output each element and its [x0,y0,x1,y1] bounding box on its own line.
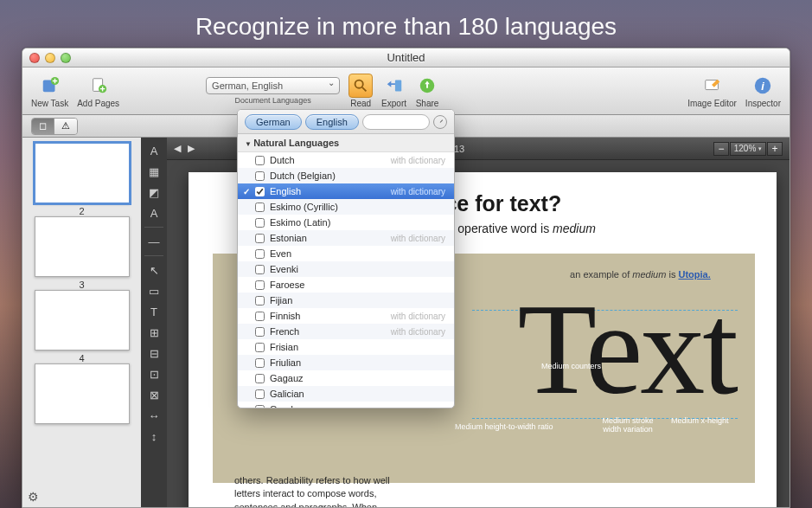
export-button[interactable]: Export [381,74,406,108]
language-checkbox[interactable] [255,265,265,274]
language-row[interactable]: Dutch (Belgian) [238,168,454,183]
inspector-button[interactable]: i Inspector [745,74,781,108]
add-pages-button[interactable]: Add Pages [77,74,119,108]
language-checkbox[interactable] [255,234,265,243]
thumbnail[interactable]: 4 [35,290,130,363]
language-name: French [270,326,299,337]
language-checkbox[interactable] [255,203,265,212]
language-name: Dutch [270,155,295,165]
language-checkbox[interactable] [255,327,265,337]
language-section-header[interactable]: Natural Languages [238,134,454,152]
language-row[interactable]: Frenchwith dictionary [238,324,454,339]
vtool-7[interactable]: T [144,302,164,321]
window-title: Untitled [22,51,790,64]
vtool-1[interactable]: ▦ [144,162,164,181]
language-row[interactable]: Faroese [238,277,454,293]
language-row[interactable]: Fijian [238,293,454,308]
language-checkbox[interactable] [255,374,265,383]
zoom-out-button[interactable]: − [713,142,729,156]
language-row[interactable]: Finnishwith dictionary [238,308,454,324]
language-row[interactable]: Dutchwith dictionary [238,152,454,168]
titlebar[interactable]: Untitled [22,48,790,68]
vtool-2[interactable]: ◩ [144,183,164,202]
language-name: Evenki [270,264,298,274]
new-task-icon [41,76,60,95]
language-row[interactable]: Gagauz [238,370,454,386]
vtool-12[interactable]: ↔ [144,406,164,425]
language-row[interactable]: Eskimo (Cyrillic) [238,199,454,215]
language-search-input[interactable] [362,114,430,130]
history-fwd-icon[interactable]: ▶ [188,143,195,153]
thumbnail[interactable] [35,363,130,424]
language-list[interactable]: Dutchwith dictionaryDutch (Belgian)Engli… [238,152,454,408]
promo-headline: Recognize in more than 180 languages [0,13,812,41]
thumbnail[interactable]: 2 [35,143,130,216]
language-name: Galician [270,389,304,399]
annotation-stroke: Medium stroke width variation [597,416,659,434]
toolbar: New Task Add Pages German, English Docum… [22,68,790,115]
language-row[interactable]: Frisian [238,339,454,355]
vtool-3[interactable]: A [144,203,164,222]
zoom-value[interactable]: 120% [730,142,766,156]
vtool-5[interactable]: ↖ [144,260,164,280]
language-checkbox[interactable] [255,312,265,321]
export-icon [385,76,404,95]
recent-icon[interactable] [433,115,447,129]
language-checkbox[interactable] [255,171,265,181]
language-checkbox[interactable] [255,156,265,165]
language-name: Even [270,248,291,259]
tab-pages-icon[interactable]: ◻ [32,119,54,134]
vtool-6[interactable]: ▭ [144,281,164,300]
vtool-10[interactable]: ⊡ [144,364,164,383]
language-row[interactable]: Evenki [238,261,454,277]
vtool-13[interactable]: ↕ [144,427,164,446]
language-name: English [270,186,301,196]
vtool-0[interactable]: A [144,141,164,160]
annotation-ratio: Medium height-to-width ratio [455,422,553,431]
tab-warnings-icon[interactable]: ⚠ [54,119,77,134]
language-row[interactable]: Eskimo (Latin) [238,215,454,230]
svg-rect-5 [394,80,400,92]
vtool-8[interactable]: ⊞ [144,323,164,342]
specimen-text: Text [518,284,736,414]
vtool-11[interactable]: ⊠ [144,385,164,404]
vtool-4[interactable]: — [144,232,164,251]
dictionary-badge: with dictionary [391,156,445,165]
language-row[interactable]: Estonianwith dictionary [238,230,454,246]
share-button[interactable]: Share [415,74,439,108]
zoom-in-button[interactable]: + [767,142,783,156]
language-checkbox[interactable] [255,296,265,305]
language-checkbox[interactable] [255,405,265,408]
language-row[interactable]: Ganda [238,402,454,408]
language-caption: Document Languages [235,96,311,105]
vtool-9[interactable]: ⊟ [144,344,164,363]
language-name: Estonian [270,233,307,243]
read-icon [351,76,370,95]
language-checkbox[interactable] [255,249,265,259]
gear-icon[interactable]: ⚙ [28,490,39,504]
language-checkbox[interactable] [255,389,265,399]
language-name: Eskimo (Cyrillic) [270,202,338,212]
language-checkbox[interactable] [255,218,265,228]
new-task-button[interactable]: New Task [31,74,68,108]
language-dropdown[interactable]: German, English [206,77,340,94]
language-row[interactable]: Even [238,246,454,261]
language-row[interactable]: Galician [238,386,454,402]
image-editor-button[interactable]: Image Editor [687,74,737,108]
language-checkbox[interactable] [255,280,265,290]
language-checkbox[interactable] [255,358,265,368]
language-checkbox[interactable] [255,187,265,196]
dictionary-badge: with dictionary [391,312,445,321]
language-row[interactable]: Englishwith dictionary [238,183,454,199]
pill-english[interactable]: English [305,114,359,130]
pill-german[interactable]: German [245,114,302,130]
language-row[interactable]: Friulian [238,355,454,370]
thumbnail[interactable]: 3 [35,216,130,290]
language-name: Ganda [270,404,298,408]
language-name: Fijian [270,295,292,305]
language-checkbox[interactable] [255,343,265,352]
read-button[interactable]: Read [348,74,373,108]
thumbnail-panel: 234 ⚙ [22,138,141,507]
vertical-toolbar: A▦◩A—↖▭T⊞⊟⊡⊠↔↕ [141,138,167,507]
history-back-icon[interactable]: ◀ [174,143,181,153]
